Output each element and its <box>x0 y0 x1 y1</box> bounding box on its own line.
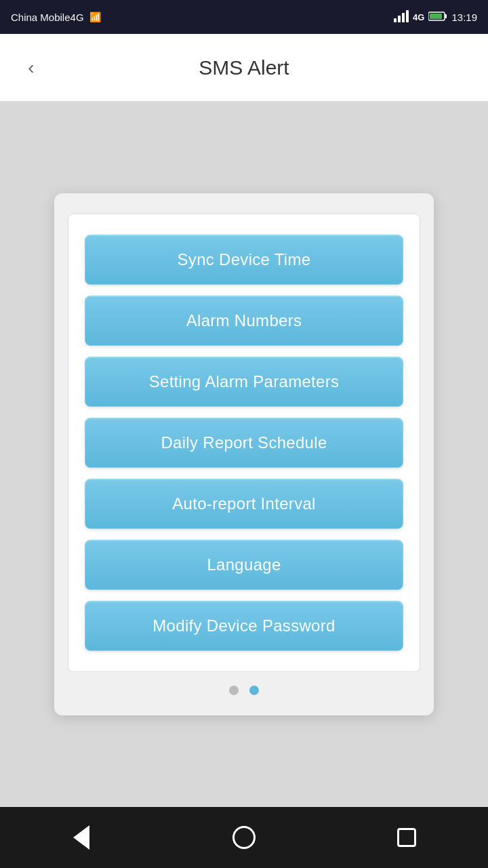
back-nav-icon <box>73 825 89 850</box>
main-content: Sync Device Time Alarm Numbers Setting A… <box>0 102 488 807</box>
svg-rect-6 <box>430 14 442 19</box>
4g-icon: 4G <box>413 12 424 22</box>
pagination-dot-2[interactable] <box>249 686 259 695</box>
page-title: SMS Alert <box>199 56 289 79</box>
carrier-label: China Mobile4G <box>11 12 84 23</box>
status-bar-left: China Mobile4G 📶 <box>11 12 101 23</box>
status-bar-right: 4G 13:19 <box>394 10 477 24</box>
modify-device-password-button[interactable]: Modify Device Password <box>85 601 403 651</box>
menu-card: Sync Device Time Alarm Numbers Setting A… <box>54 193 434 715</box>
language-button[interactable]: Language <box>85 540 403 590</box>
back-arrow-icon: ‹ <box>28 57 34 79</box>
alarm-numbers-button[interactable]: Alarm Numbers <box>85 296 403 346</box>
app-header: ‹ SMS Alert <box>0 34 488 102</box>
svg-rect-1 <box>398 16 401 22</box>
recents-nav-icon <box>397 828 416 847</box>
signal-strength-icon <box>394 10 409 24</box>
status-bar: China Mobile4G 📶 4G 13:19 <box>0 0 488 34</box>
back-button[interactable]: ‹ <box>16 53 46 83</box>
pagination-dots <box>229 686 259 695</box>
svg-rect-3 <box>406 10 409 22</box>
svg-rect-2 <box>402 13 405 22</box>
menu-inner-container: Sync Device Time Alarm Numbers Setting A… <box>68 214 420 672</box>
time-label: 13:19 <box>451 12 477 23</box>
daily-report-schedule-button[interactable]: Daily Report Schedule <box>85 418 403 468</box>
sim-icon: 📶 <box>89 12 101 22</box>
home-nav-icon <box>232 826 256 849</box>
svg-rect-5 <box>445 14 447 18</box>
sync-device-time-button[interactable]: Sync Device Time <box>85 235 403 285</box>
battery-icon <box>428 11 447 24</box>
setting-alarm-parameters-button[interactable]: Setting Alarm Parameters <box>85 357 403 407</box>
bottom-navigation <box>0 807 488 868</box>
recents-nav-button[interactable] <box>390 821 424 854</box>
auto-report-interval-button[interactable]: Auto-report Interval <box>85 479 403 529</box>
back-nav-button[interactable] <box>64 821 98 854</box>
pagination-dot-1[interactable] <box>229 686 239 695</box>
svg-rect-0 <box>394 18 396 22</box>
home-nav-button[interactable] <box>227 821 261 854</box>
